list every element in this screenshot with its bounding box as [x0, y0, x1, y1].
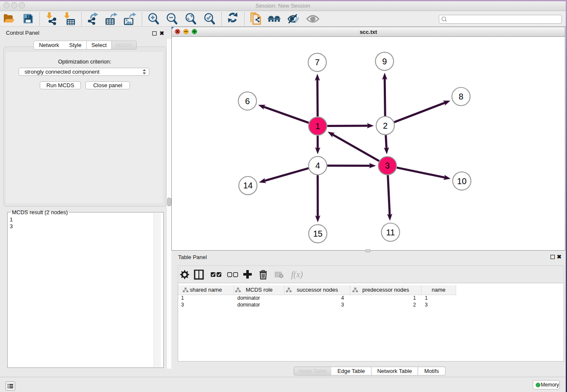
svg-text:7: 7 [315, 58, 319, 67]
svg-text:3: 3 [385, 161, 390, 170]
svg-text:2: 2 [383, 121, 388, 130]
svg-text:14: 14 [243, 181, 253, 190]
svg-text:6: 6 [245, 97, 250, 106]
svg-text:9: 9 [382, 57, 387, 66]
svg-text:15: 15 [313, 229, 322, 238]
svg-text:10: 10 [457, 177, 466, 186]
svg-text:1: 1 [315, 121, 320, 131]
svg-text:f(x): f(x) [291, 270, 303, 279]
svg-text:11: 11 [386, 228, 395, 237]
svg-text:8: 8 [459, 92, 463, 101]
svg-text:4: 4 [315, 161, 320, 170]
